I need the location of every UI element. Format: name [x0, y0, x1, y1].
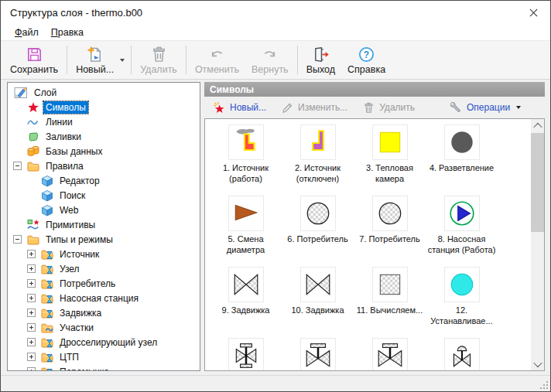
- database-icon: [27, 145, 39, 158]
- tree-item-editor[interactable]: Редактор: [8, 173, 200, 188]
- tree-item-types-modes[interactable]: Типы и режимы: [8, 232, 200, 247]
- tree-item-consumer[interactable]: Потребитель: [8, 276, 200, 291]
- chevron-up-icon: [533, 122, 542, 131]
- cube-icon: [41, 189, 53, 202]
- redo-button[interactable]: Вернуть: [245, 42, 295, 78]
- symbol-item-1[interactable]: 1. Источник (работа): [210, 124, 282, 196]
- collapse-icon[interactable]: [13, 162, 22, 170]
- tree-item-rules[interactable]: Правила: [8, 159, 200, 173]
- symbol-item-9[interactable]: 9. Задвижка: [210, 267, 282, 338]
- resize-grip[interactable]: [540, 381, 548, 389]
- tree-item-ctp[interactable]: ЦТП: [8, 349, 200, 364]
- menu-file[interactable]: Файл: [10, 26, 43, 39]
- cube-icon: [41, 204, 53, 216]
- titlebar: Структура слоя - thermo.b00: [1, 1, 550, 24]
- symbols-toolbar: Новый... Изменить... Удалить Операции: [204, 97, 545, 118]
- main-toolbar: Сохранить Новый... Удалить Отменить Верн…: [1, 41, 550, 80]
- tree-item-source[interactable]: Источник: [8, 247, 200, 261]
- symbol-item-5[interactable]: 5. Смена диаметра: [210, 196, 282, 267]
- scrollbar-track[interactable]: [531, 132, 544, 357]
- valve-bowtie-icon: [300, 267, 336, 302]
- symbol-item-10[interactable]: 10. Задвижка: [282, 267, 354, 338]
- symbol-new-button[interactable]: Новый...: [207, 101, 273, 115]
- checker-square-icon: [372, 267, 408, 302]
- menu-edit[interactable]: Правка: [46, 26, 88, 39]
- tree-item-jumper[interactable]: Перемычка: [8, 364, 200, 371]
- tree-item-primitives[interactable]: Примитивы: [8, 217, 200, 232]
- undo-button[interactable]: Отменить: [189, 42, 245, 78]
- symbol-item-12[interactable]: 12. Устанавливае...: [426, 267, 498, 338]
- tree-item-node[interactable]: Узел: [8, 261, 200, 276]
- symbol-item-3[interactable]: 3. Тепловая камера: [354, 124, 426, 196]
- new-dropdown-button[interactable]: [120, 42, 128, 78]
- layer-tree-panel: Слой Символы Линии Заливки Базы данных: [7, 82, 200, 371]
- tree-item-pump-station[interactable]: Насосная станция: [8, 291, 200, 305]
- save-button[interactable]: Сохранить: [4, 42, 64, 78]
- tree-item-sections[interactable]: Участки: [8, 320, 200, 335]
- layer-icon: [14, 86, 28, 100]
- save-floppy-icon: [26, 46, 43, 63]
- folder-hourglass-icon: [41, 366, 53, 372]
- tree-item-symbols[interactable]: Символы: [8, 100, 200, 114]
- brown-triangle-icon: [228, 196, 264, 231]
- pump-working-icon: [444, 196, 480, 231]
- tree-item-web[interactable]: Web: [8, 203, 200, 217]
- valve-dome-icon: [444, 338, 480, 370]
- expand-icon[interactable]: [27, 264, 36, 273]
- expand-icon[interactable]: [27, 250, 36, 258]
- tree-item-fills[interactable]: Заливки: [8, 129, 200, 144]
- symbol-item-13[interactable]: [210, 338, 282, 370]
- collapse-icon[interactable]: [13, 235, 22, 244]
- tree-item-valve[interactable]: Задвижка: [8, 305, 200, 320]
- symbol-item-11[interactable]: 11. Вычисляем...: [354, 267, 426, 338]
- statusbar: [1, 375, 550, 391]
- new-button[interactable]: Новый...: [70, 42, 120, 78]
- expand-icon[interactable]: [27, 279, 36, 288]
- help-icon: [358, 46, 375, 63]
- folder-icon: [27, 160, 39, 172]
- folder-icon: [27, 233, 39, 246]
- undo-arrow-icon: [208, 46, 226, 63]
- tree-item-databases[interactable]: Базы данных: [8, 144, 200, 159]
- cyan-circle-icon: [444, 267, 480, 302]
- scroll-up-button[interactable]: [531, 119, 544, 132]
- window-title: Структура слоя - thermo.b00: [1, 7, 516, 19]
- delete-button[interactable]: Удалить: [134, 42, 183, 78]
- source-working-icon: [228, 124, 264, 160]
- symbol-item-6[interactable]: 6. Потребитель: [282, 196, 354, 267]
- close-icon: [529, 9, 538, 17]
- symbol-delete-button[interactable]: Удалить: [356, 101, 422, 115]
- symbol-item-16[interactable]: [426, 338, 498, 370]
- symbol-item-7[interactable]: 7. Потребитель: [354, 196, 426, 267]
- tree-item-lines[interactable]: Линии: [8, 114, 200, 129]
- expand-icon[interactable]: [27, 367, 36, 371]
- symbol-item-15[interactable]: [354, 338, 426, 370]
- expand-icon[interactable]: [27, 353, 36, 361]
- expand-icon[interactable]: [27, 308, 36, 317]
- folder-hourglass-icon: [41, 248, 53, 261]
- help-button[interactable]: Справка: [341, 42, 392, 78]
- checker-circle-icon: [300, 196, 336, 231]
- expand-icon[interactable]: [27, 294, 36, 302]
- valve-tee-icon: [300, 338, 336, 370]
- symbol-item-2[interactable]: 2. Источник (отключен): [282, 124, 354, 196]
- exit-button[interactable]: Выход: [300, 42, 341, 78]
- tree-item-throttle-node[interactable]: Дросселирующий узел: [8, 335, 200, 349]
- expand-icon[interactable]: [27, 323, 36, 332]
- scroll-down-button[interactable]: [531, 357, 544, 370]
- close-button[interactable]: [516, 1, 550, 24]
- tree-item-search[interactable]: Поиск: [8, 188, 200, 203]
- dialog-window: Структура слоя - thermo.b00 Файл Правка …: [0, 0, 551, 392]
- symbols-panel-title: Символы: [210, 84, 254, 95]
- vertical-scrollbar[interactable]: [531, 119, 544, 370]
- red-star-icon: [27, 101, 39, 114]
- symbol-item-14[interactable]: [282, 338, 354, 370]
- new-star-icon: [214, 102, 225, 114]
- symbol-operations-button[interactable]: Операции: [443, 101, 528, 115]
- symbol-item-4[interactable]: 4. Разветвление: [426, 124, 498, 196]
- scrollbar-thumb[interactable]: [531, 133, 544, 232]
- symbol-edit-button[interactable]: Изменить...: [275, 101, 354, 115]
- symbol-item-8[interactable]: 8. Насосная станция (Работа): [426, 196, 498, 267]
- tree-item-layer[interactable]: Слой: [8, 85, 200, 100]
- expand-icon[interactable]: [27, 338, 36, 346]
